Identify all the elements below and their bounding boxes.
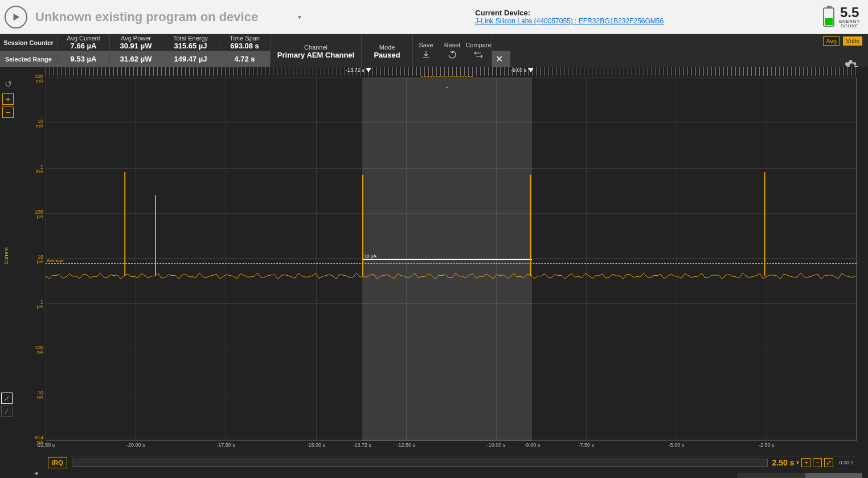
play-button[interactable] xyxy=(5,6,27,28)
session-mode: Paused xyxy=(362,51,412,59)
current-device-link[interactable]: J-Link Silicon Labs (440057055) : EFR32B… xyxy=(475,17,664,25)
session-counter-label: Session Counter xyxy=(0,39,57,46)
session-total-energy: 315.65 µJ xyxy=(162,42,219,50)
y-axis: 100mA10mA1mA100µA10µA1µA100nA10nA914pA xyxy=(16,76,46,468)
chevron-down-icon[interactable]: ▾ xyxy=(796,459,799,465)
y-tick: 100nA xyxy=(35,345,43,354)
x-tick: -17.50 s xyxy=(216,442,235,448)
irq-bar: IRQ 2.50 s ▾ + − ⤢ 0.00 s xyxy=(46,456,857,468)
program-title: Unknown existing program on device xyxy=(35,10,258,24)
scroll-left-icon[interactable]: ◂ xyxy=(34,469,38,477)
x-tick: -5.00 s xyxy=(669,442,685,448)
time-span-value: 2.50 s xyxy=(772,458,795,467)
x-tick: -13.72 s xyxy=(353,442,371,448)
horizontal-scrollbar[interactable] xyxy=(737,473,862,478)
session-avg-current: 7.66 µA xyxy=(58,42,109,50)
header-mode: Mode xyxy=(362,44,412,51)
x-tick: -22.50 s xyxy=(36,442,55,448)
svg-marker-0 xyxy=(14,13,20,21)
toggle-avg[interactable]: Avg xyxy=(823,36,840,46)
irq-badge[interactable]: IRQ xyxy=(48,457,67,468)
current-device-block: Current Device: J-Link Silicon Labs (440… xyxy=(475,9,664,25)
stats-actions: Save Reset Compare xyxy=(412,34,492,67)
zoom-in-y-button[interactable]: + xyxy=(2,93,14,105)
stats-bar: Session Counter Selected Range Avg Curre… xyxy=(0,34,868,67)
header-avg-current: Avg Current xyxy=(58,35,109,42)
profiler-panel: Avg Volts Session Counter Selected Range… xyxy=(0,34,868,478)
zoom-out-x-button[interactable]: − xyxy=(813,458,822,467)
selected-range-label: Selected Range xyxy=(0,56,57,63)
x-end-label: 0.00 s xyxy=(839,460,853,465)
compare-button[interactable]: Compare xyxy=(465,34,492,67)
session-channel: Primary AEM Channel xyxy=(271,51,361,59)
energy-score-value: 5.5 xyxy=(839,6,860,19)
current-device-label: Current Device: xyxy=(475,9,530,17)
save-button[interactable]: Save xyxy=(413,34,439,67)
fit-x-button[interactable]: ⤢ xyxy=(824,458,833,467)
session-time-span: 693.08 s xyxy=(219,42,270,50)
header-total-energy: Total Energy xyxy=(162,35,219,42)
toggle-group: Avg Volts xyxy=(823,36,862,46)
battery-icon xyxy=(823,7,834,27)
energy-score-block: 5.5 ENERGY SCORE xyxy=(823,6,860,28)
plot-area[interactable]: -22.50 s-20.00 s-17.50 s-15.00 s-13.72 s… xyxy=(46,76,857,468)
close-range-icon[interactable]: ✕ xyxy=(492,54,506,64)
x-tick: -20.00 s xyxy=(126,442,145,448)
scale-linear-button[interactable]: ⟋ xyxy=(1,393,13,404)
y-tick: 100µA xyxy=(35,210,43,219)
selection-start-marker[interactable]: -13.72 s xyxy=(346,67,371,73)
time-span-control: 2.50 s ▾ + − ⤢ xyxy=(772,458,834,467)
x-tick: -12.50 s xyxy=(397,442,416,448)
current-plot: ↺ + − ⟋ ∕ Current 100mA10mA1mA100µA10µA1… xyxy=(0,76,868,468)
x-axis: -22.50 s-20.00 s-17.50 s-15.00 s-13.72 s… xyxy=(46,442,857,454)
time-ruler[interactable]: -13.72 s -9.00 s xyxy=(0,67,868,76)
scale-log-button[interactable]: ∕ xyxy=(1,406,13,417)
y-tick: 1µA xyxy=(37,300,43,309)
toggle-volts[interactable]: Volts xyxy=(843,36,862,46)
zoom-in-x-button[interactable]: + xyxy=(801,458,810,467)
reset-zoom-icon[interactable]: ↺ xyxy=(5,79,12,89)
top-bar: Unknown existing program on device ▾ Cur… xyxy=(0,0,868,34)
y-tick: 100mA xyxy=(35,74,43,83)
energy-score-label: ENERGY SCORE xyxy=(839,19,860,28)
header-avg-power: Avg Power xyxy=(110,35,162,42)
range-avg-current: 9.53 µA xyxy=(71,55,97,63)
y-tick: 10µA xyxy=(37,255,43,264)
session-avg-power: 30.91 µW xyxy=(110,42,162,50)
y-tick: 1mA xyxy=(36,165,44,174)
selection-end-marker[interactable]: -9.00 s xyxy=(511,67,534,73)
x-tick: -2.50 s xyxy=(759,442,775,448)
x-tick: -15.00 s xyxy=(306,442,325,448)
range-total-energy: 149.47 µJ xyxy=(174,55,207,63)
x-tick: -9.00 s xyxy=(525,442,541,448)
y-axis-title: Current xyxy=(3,247,9,264)
range-time-span: 4.72 s xyxy=(234,55,255,63)
y-tick: 10mA xyxy=(36,119,44,128)
x-tick: -10.00 s xyxy=(487,442,506,448)
header-channel: Channel xyxy=(271,44,361,51)
range-avg-power: 31.62 µW xyxy=(120,55,152,63)
waveform xyxy=(46,76,857,441)
reset-button[interactable]: Reset xyxy=(439,34,465,67)
y-tick: 10nA xyxy=(37,390,43,399)
zoom-out-y-button[interactable]: − xyxy=(2,107,14,118)
program-dropdown-icon[interactable]: ▾ xyxy=(298,13,306,21)
irq-track[interactable] xyxy=(72,459,768,467)
x-tick: -7.50 s xyxy=(579,442,595,448)
header-time-span: Time Span xyxy=(219,35,270,42)
